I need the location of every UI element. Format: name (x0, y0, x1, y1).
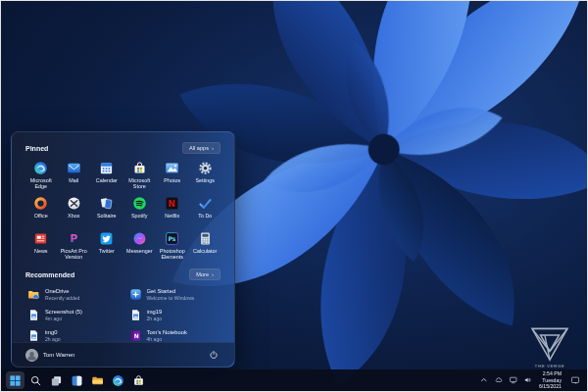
onedrive-icon (27, 288, 40, 301)
pinned-app-netflix[interactable]: Netflix (156, 194, 189, 226)
pinned-app-photoshop-elements[interactable]: Photoshop Elements (156, 229, 189, 262)
office-icon (33, 196, 48, 211)
app-label: Twitter (90, 248, 123, 261)
taskbar-file-explorer-button[interactable] (88, 371, 107, 389)
user-avatar (25, 349, 38, 362)
widgets-icon (71, 374, 83, 387)
recommended-item-onedrive[interactable]: OneDrive Recently added (24, 285, 121, 304)
tray-network[interactable] (507, 373, 519, 387)
pinned-app-microsoft-edge[interactable]: Microsoft Edge (24, 159, 58, 191)
chevron-up-icon (479, 375, 489, 385)
get-started-icon (129, 288, 142, 301)
image-file-icon (27, 309, 40, 321)
app-label: Messenger (123, 248, 157, 261)
xbox-icon (67, 196, 81, 211)
recommended-subtitle: 4m ago (45, 316, 82, 321)
recommended-item-screenshot-5[interactable]: Screenshot (5) 4m ago (24, 306, 121, 324)
recommended-section-title: Recommended (25, 271, 74, 278)
power-button[interactable] (207, 348, 220, 362)
todo-icon (198, 196, 213, 211)
pinned-app-photos[interactable]: Photos (156, 159, 189, 191)
pinned-app-solitaire[interactable]: Solitaire (90, 194, 123, 226)
app-label: Calendar (90, 177, 123, 190)
pinned-app-news[interactable]: News (24, 229, 58, 262)
clock-button[interactable]: 2:54 PM Tuesday 6/15/2021 (539, 370, 562, 390)
pinned-app-microsoft-store[interactable]: Microsoft Store (123, 159, 157, 191)
more-button[interactable]: More › (189, 269, 220, 280)
start-menu-footer: Tom Warren (12, 342, 234, 367)
app-label: To Do (189, 213, 222, 225)
user-name: Tom Warren (43, 352, 74, 358)
tray-hidden-icons-chevron[interactable] (477, 373, 490, 387)
tray-volume[interactable] (521, 373, 534, 387)
pinned-app-settings[interactable]: Settings (189, 159, 222, 191)
app-label: Office (24, 213, 58, 225)
twitter-icon (99, 231, 114, 246)
app-label: News (24, 248, 58, 261)
verge-watermark: THE VERGE (521, 319, 578, 368)
pinned-app-picsart-pro-version[interactable]: PicsArt Pro Version (58, 229, 91, 262)
app-label: Mail (58, 177, 91, 190)
spotify-icon (132, 196, 147, 211)
all-apps-button[interactable]: All apps › (182, 142, 220, 154)
win-icon (9, 374, 22, 387)
recommended-item-img19[interactable]: img19 2h ago (126, 306, 222, 324)
avatar-icon (25, 349, 38, 362)
pinned-app-twitter[interactable]: Twitter (90, 229, 123, 262)
network-icon (509, 375, 518, 385)
user-account-button[interactable]: Tom Warren (25, 349, 74, 362)
taskview-icon (50, 374, 63, 387)
photos-icon (165, 161, 179, 175)
recommended-subtitle: Recently added (45, 295, 79, 301)
recommended-title: img19 (147, 309, 163, 315)
recommended-title: Screenshot (5) (45, 309, 82, 315)
folder-icon (91, 374, 104, 387)
taskbar-store-button[interactable] (129, 371, 148, 389)
store-icon (132, 374, 145, 387)
app-label: Calculator (189, 248, 222, 261)
chevron-right-icon: › (212, 145, 214, 151)
tray-time: 2:54 PM (539, 370, 562, 377)
taskbar-search-button[interactable] (26, 371, 45, 389)
recommended-title: img0 (45, 329, 61, 335)
pinned-section-title: Pinned (25, 145, 48, 152)
verge-caption: THE VERGE (521, 364, 578, 368)
notification-center-button[interactable] (567, 372, 582, 388)
taskbar-widgets-button[interactable] (68, 371, 86, 389)
app-label: PicsArt Pro Version (58, 248, 91, 261)
volume-icon (523, 375, 533, 385)
taskbar-edge-button[interactable] (109, 371, 127, 389)
app-label: Netflix (156, 213, 189, 225)
taskbar-start-button[interactable] (6, 371, 24, 389)
pinned-app-office[interactable]: Office (24, 194, 58, 226)
app-label: Spotify (123, 213, 157, 225)
recommended-title: Tom's Notebook (147, 329, 187, 335)
tray-onedrive[interactable] (492, 373, 505, 387)
netflix-icon (165, 196, 179, 211)
app-label: Photoshop Elements (156, 248, 189, 261)
app-label: Settings (189, 177, 222, 190)
power-icon (209, 350, 219, 360)
notification-icon (570, 375, 580, 385)
pse-icon (165, 231, 179, 246)
all-apps-label: All apps (189, 145, 209, 151)
pinned-app-calculator[interactable]: Calculator (189, 229, 222, 262)
pinned-app-calendar[interactable]: Calendar (90, 159, 123, 191)
recommended-item-get-started[interactable]: Get Started Welcome to Windows (126, 285, 222, 304)
desktop: THE VERGE Pinned All apps › Microsoft Ed… (0, 0, 588, 392)
pinned-app-xbox[interactable]: Xbox (58, 194, 91, 226)
pinned-app-messenger[interactable]: Messenger (123, 229, 157, 262)
picsart-icon (67, 231, 81, 246)
pinned-app-to-do[interactable]: To Do (189, 194, 222, 226)
solitaire-icon (99, 196, 114, 211)
taskbar-task-view-button[interactable] (47, 371, 66, 389)
pinned-app-spotify[interactable]: Spotify (123, 194, 157, 226)
recommended-title: OneDrive (45, 288, 79, 294)
tray-day: Tuesday (539, 377, 562, 384)
image-file-icon (129, 309, 142, 321)
pinned-app-mail[interactable]: Mail (58, 159, 91, 191)
chevron-right-icon: › (212, 271, 214, 277)
start-menu: Pinned All apps › Microsoft Edge Mail Ca… (11, 131, 235, 368)
news-icon (33, 231, 48, 246)
system-tray: 2:54 PM Tuesday 6/15/2021 (477, 370, 582, 390)
